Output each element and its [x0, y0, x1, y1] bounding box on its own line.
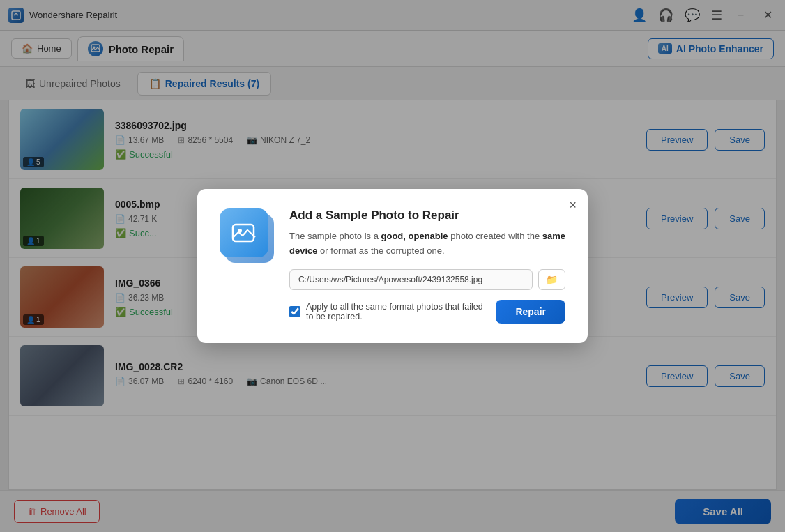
modal-checkbox-row: Apply to all the same format photos that… [289, 300, 565, 324]
modal-desc-pre: The sample photo is a [289, 231, 381, 241]
sample-photo-path-input[interactable] [289, 269, 533, 290]
modal-title: Add a Sample Photo to Repair [289, 208, 565, 222]
modal-desc-post: or format as the corrupted one. [317, 245, 444, 256]
repair-button[interactable]: Repair [496, 300, 565, 324]
apply-all-label: Apply to all the same format photos that… [306, 302, 490, 321]
modal-desc-bold1: good, openable [381, 231, 448, 241]
modal-icon-foreground [220, 208, 268, 257]
sample-photo-modal: × Add a Sample Photo to Repair The sampl… [197, 189, 588, 344]
modal-desc-mid: photo created with the [448, 231, 542, 241]
modal-overlay: × Add a Sample Photo to Repair The sampl… [0, 0, 785, 532]
apply-all-checkbox[interactable] [289, 306, 300, 317]
browse-file-button[interactable]: 📁 [538, 269, 565, 290]
modal-body: Add a Sample Photo to Repair The sample … [220, 208, 565, 324]
modal-content: Add a Sample Photo to Repair The sample … [289, 208, 565, 324]
modal-description: The sample photo is a good, openable pho… [289, 229, 565, 259]
modal-file-row: 📁 [289, 269, 565, 290]
modal-icon [220, 208, 275, 264]
modal-close-button[interactable]: × [569, 199, 577, 211]
